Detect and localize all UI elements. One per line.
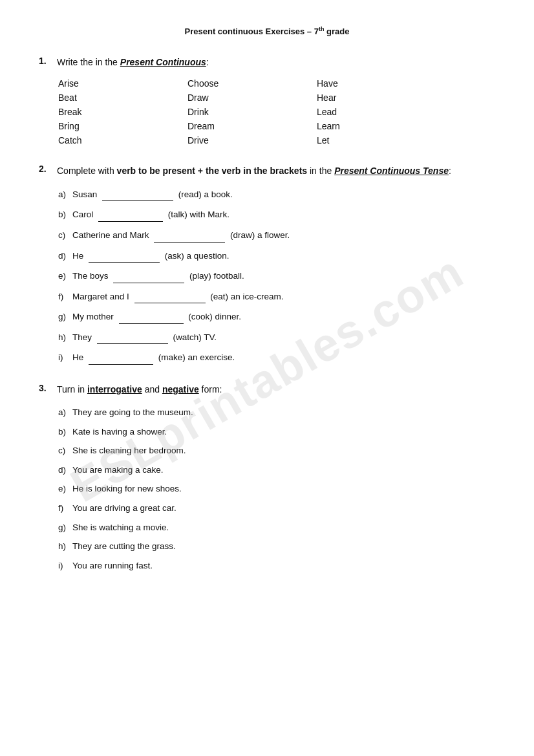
verb-dream: Dream <box>187 121 317 131</box>
section-1: 1. Write the in the Present Continuous: … <box>39 56 495 146</box>
verb-draw: Draw <box>187 92 317 103</box>
section-3i: i) You are running fast. <box>58 559 495 573</box>
section-1-number: 1. <box>39 56 52 66</box>
exercise-2b: b) Carol (talk) with Mark. <box>58 208 495 222</box>
verb-list: Arise Choose Have Beat Draw Hear Break D… <box>58 78 495 146</box>
verb-beat: Beat <box>58 92 187 103</box>
section-3g: g) She is watching a movie. <box>58 521 495 535</box>
section-3-title: Turn in interrogative and negative form: <box>57 383 222 396</box>
section-2-number: 2. <box>39 164 52 174</box>
section-1-title: Write the in the Present Continuous: <box>57 56 209 69</box>
section-2-exercises: a) Susan (read) a book. b) Carol (talk) … <box>58 188 495 365</box>
verb-drive: Drive <box>187 135 317 146</box>
verb-bring: Bring <box>58 121 187 131</box>
section-3b: b) Kate is having a shower. <box>58 425 495 439</box>
exercise-2h: h) They (watch) TV. <box>58 330 495 345</box>
exercise-2g: g) My mother (cook) dinner. <box>58 310 495 324</box>
exercise-2e: e) The boys (play) football. <box>58 269 495 283</box>
verb-learn: Learn <box>317 121 446 131</box>
section-3a: a) They are going to the museum. <box>58 405 495 420</box>
verb-break: Break <box>58 107 187 117</box>
exercise-2i: i) He (make) an exercise. <box>58 351 495 365</box>
exercise-2c: c) Catherine and Mark (draw) a flower. <box>58 228 495 243</box>
verb-arise: Arise <box>58 78 187 89</box>
section-3: 3. Turn in interrogative and negative fo… <box>39 383 495 572</box>
section-3f: f) You are driving a great car. <box>58 501 495 515</box>
section-2: 2. Complete with verb to be present + th… <box>39 164 495 365</box>
verb-lead: Lead <box>317 107 446 117</box>
section-3c: c) She is cleaning her bedroom. <box>58 444 495 458</box>
verb-let: Let <box>317 135 446 146</box>
section-2-title: Complete with verb to be present + the v… <box>57 164 451 178</box>
section-3-number: 3. <box>39 383 52 393</box>
exercise-2a: a) Susan (read) a book. <box>58 188 495 202</box>
exercise-2f: f) Margaret and I (eat) an ice-cream. <box>58 290 495 304</box>
section-3-items: a) They are going to the museum. b) Kate… <box>58 405 495 572</box>
page-title: Present continuous Exercises – 7th grade <box>39 26 495 36</box>
verb-hear: Hear <box>317 92 446 103</box>
section-3e: e) He is looking for new shoes. <box>58 482 495 496</box>
verb-have: Have <box>317 78 446 89</box>
verb-catch: Catch <box>58 135 187 146</box>
verb-choose: Choose <box>187 78 317 89</box>
verb-drink: Drink <box>187 107 317 117</box>
section-3h: h) They are cutting the grass. <box>58 539 495 554</box>
section-3d: d) You are making a cake. <box>58 463 495 477</box>
exercise-2d: d) He (ask) a question. <box>58 249 495 263</box>
